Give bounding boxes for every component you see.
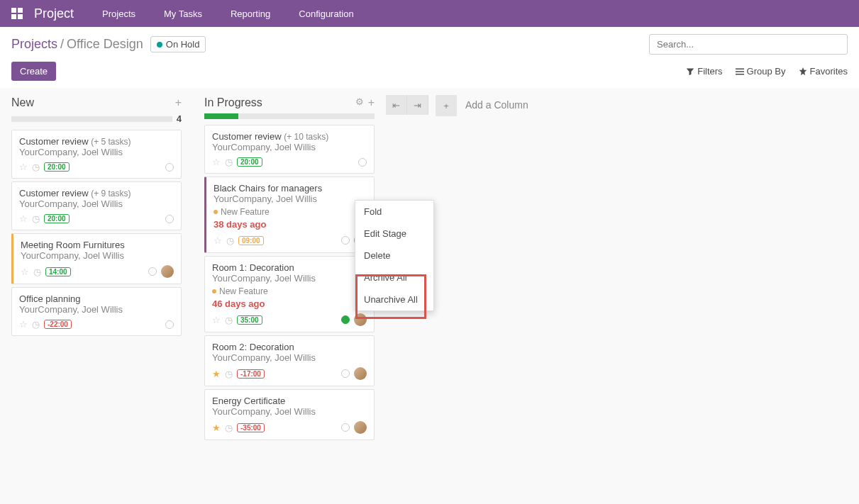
clock-icon[interactable]: ◷	[33, 267, 41, 277]
state-circle[interactable]	[341, 315, 350, 324]
star-icon[interactable]: ☆	[19, 162, 28, 172]
task-card[interactable]: Meeting Room Furnitures YourCompany, Joe…	[11, 233, 182, 284]
search-box	[649, 34, 848, 55]
task-card[interactable]: Customer review (+ 9 tasks) YourCompany,…	[11, 181, 182, 230]
star-icon[interactable]: ☆	[212, 315, 221, 325]
column-count: 4	[177, 113, 182, 124]
state-circle[interactable]	[358, 158, 367, 167]
status-badge[interactable]: On Hold	[150, 36, 206, 52]
clock-icon[interactable]: ◷	[225, 422, 233, 433]
progress-bar	[204, 113, 375, 119]
progress-bar	[11, 116, 172, 122]
state-circle[interactable]	[148, 267, 157, 276]
search-input[interactable]	[649, 34, 848, 55]
breadcrumb: Projects / Office Design On Hold	[11, 36, 206, 52]
dropdown-delete[interactable]: Delete	[355, 245, 433, 267]
hours-pill: 20:00	[44, 214, 70, 223]
filter-group: Filters Group By Favorites	[686, 66, 848, 77]
avatar[interactable]	[354, 421, 367, 434]
gear-icon[interactable]: ⚙	[355, 96, 364, 109]
list-icon	[736, 67, 744, 76]
column-add-icon[interactable]: +	[368, 96, 375, 109]
task-card[interactable]: Office planning YourCompany, Joel Willis…	[11, 287, 182, 336]
star-icon[interactable]: ☆	[21, 267, 29, 277]
dropdown-fold[interactable]: Fold	[355, 201, 433, 223]
clock-icon[interactable]: ◷	[32, 162, 40, 172]
state-circle[interactable]	[341, 423, 350, 432]
hours-pill: -35:00	[237, 423, 265, 432]
hours-pill: 20:00	[237, 157, 262, 167]
star-icon	[799, 67, 807, 76]
create-button[interactable]: Create	[11, 62, 56, 81]
overdue-label: 38 days ago	[214, 219, 367, 230]
add-column-button[interactable]: +	[436, 95, 457, 116]
breadcrumb-current: Office Design	[67, 37, 143, 52]
apps-icon[interactable]	[11, 8, 23, 19]
avatar[interactable]	[354, 313, 367, 326]
star-icon[interactable]: ☆	[19, 319, 28, 330]
svg-rect-1	[18, 8, 23, 13]
nav-brand[interactable]: Project	[34, 6, 74, 21]
task-card[interactable]: Customer review (+ 5 tasks) YourCompany,…	[11, 130, 182, 179]
tag: New Feature	[212, 286, 268, 296]
clock-icon[interactable]: ◷	[225, 315, 233, 325]
task-card[interactable]: Energy Certificate YourCompany, Joel Wil…	[204, 389, 375, 440]
kanban-board: New + 4 Customer review (+ 5 tasks) Your…	[0, 88, 859, 504]
column-title[interactable]: New	[11, 96, 34, 109]
star-icon[interactable]: ★	[212, 369, 221, 379]
task-card[interactable]: Black Chairs for managers YourCompany, J…	[204, 177, 375, 253]
tag: New Feature	[214, 207, 270, 217]
state-circle[interactable]	[165, 320, 174, 329]
dropdown-unarchive-all[interactable]: Unarchive All	[355, 289, 433, 310]
hours-pill: 09:00	[238, 236, 264, 245]
state-circle[interactable]	[165, 215, 174, 223]
clock-icon[interactable]: ◷	[225, 369, 233, 379]
status-text: On Hold	[166, 39, 200, 50]
favorites-button[interactable]: Favorites	[799, 66, 848, 77]
arrow-right-icon[interactable]: ⇥	[407, 95, 428, 115]
hours-pill: -17:00	[237, 369, 265, 379]
state-circle[interactable]	[341, 369, 350, 378]
control-panel: Projects / Office Design On Hold Create …	[0, 27, 859, 88]
task-card[interactable]: Room 1: Decoration YourCompany, Joel Wil…	[204, 256, 375, 332]
column-add-icon[interactable]: +	[175, 96, 182, 109]
filters-button[interactable]: Filters	[686, 66, 722, 77]
dropdown-archive-all[interactable]: Archive All	[355, 267, 433, 289]
filter-icon	[686, 67, 694, 76]
svg-rect-3	[18, 14, 23, 19]
clock-icon[interactable]: ◷	[225, 157, 233, 167]
hours-pill: 20:00	[44, 162, 70, 172]
nav-my-tasks[interactable]: My Tasks	[164, 9, 202, 19]
nav-reporting[interactable]: Reporting	[231, 9, 270, 19]
dropdown-edit-stage[interactable]: Edit Stage	[355, 223, 433, 245]
state-circle[interactable]	[341, 236, 350, 245]
clock-icon[interactable]: ◷	[32, 319, 40, 330]
groupby-button[interactable]: Group By	[736, 66, 786, 77]
breadcrumb-parent[interactable]: Projects	[11, 37, 57, 52]
star-icon[interactable]: ☆	[212, 157, 221, 167]
state-circle[interactable]	[165, 163, 174, 172]
star-icon[interactable]: ☆	[19, 213, 28, 224]
hours-pill: 14:00	[45, 267, 71, 276]
clock-icon[interactable]: ◷	[226, 235, 234, 246]
avatar[interactable]	[161, 265, 174, 278]
hours-pill: -22:00	[44, 320, 72, 329]
navbar: Project Projects My Tasks Reporting Conf…	[0, 0, 859, 27]
svg-rect-0	[11, 8, 16, 13]
task-card[interactable]: Customer review (+ 10 tasks) YourCompany…	[204, 125, 375, 174]
star-icon[interactable]: ★	[212, 422, 221, 433]
status-dot-icon	[157, 42, 162, 47]
overdue-label: 46 days ago	[212, 298, 367, 309]
column-title[interactable]: In Progress	[204, 96, 262, 109]
nav-configuration[interactable]: Configuration	[299, 9, 353, 19]
add-column-label[interactable]: Add a Column	[465, 95, 528, 111]
column-dropdown: Fold Edit Stage Delete Archive All Unarc…	[355, 200, 434, 311]
clock-icon[interactable]: ◷	[32, 213, 40, 224]
svg-rect-6	[736, 74, 744, 75]
task-card[interactable]: Room 2: Decoration YourCompany, Joel Wil…	[204, 335, 375, 386]
avatar[interactable]	[354, 367, 367, 380]
star-icon[interactable]: ☆	[214, 235, 222, 246]
nav-projects[interactable]: Projects	[102, 9, 135, 19]
arrow-left-icon[interactable]: ⇤	[386, 95, 407, 115]
breadcrumb-separator: /	[60, 37, 64, 52]
